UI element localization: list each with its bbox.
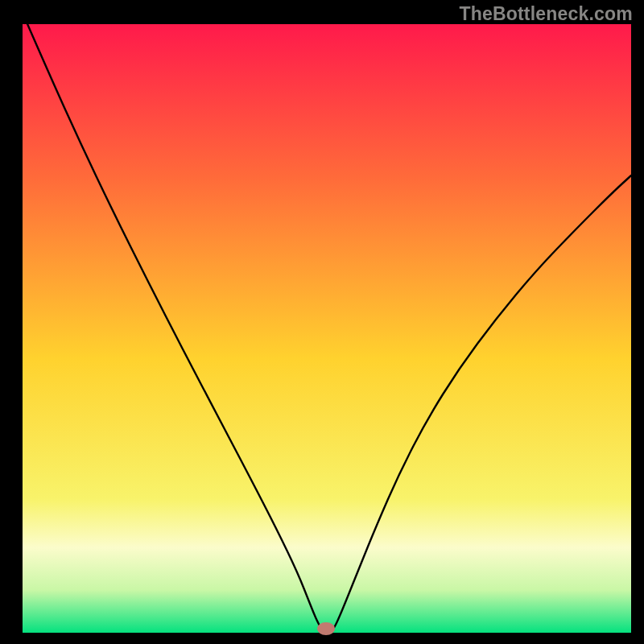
plot-area-gradient [23,24,631,633]
optimal-point-marker [317,622,335,635]
bottleneck-chart [0,0,644,644]
watermark-text: TheBottleneck.com [459,3,633,25]
chart-container [0,0,644,644]
